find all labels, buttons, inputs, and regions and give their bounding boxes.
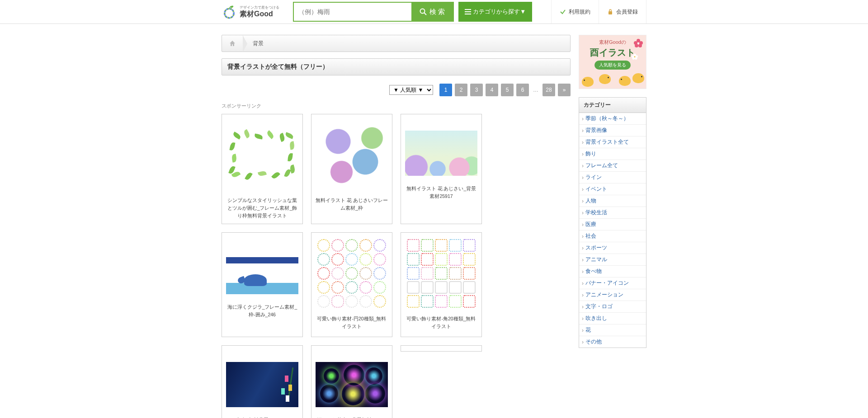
result-card[interactable]: 無料イラスト 花 あじさい_背景素材25917 (401, 114, 482, 224)
cat-link[interactable]: アニマル (579, 254, 646, 265)
pagination: 1 2 3 4 5 6 … 28 » (439, 84, 571, 96)
svg-point-15 (637, 42, 639, 44)
result-card[interactable]: シンプルなスタイリッシュな葉とツルが囲む_フレーム素材_飾り枠無料背景イラスト (222, 114, 303, 224)
chick-icon (632, 73, 644, 83)
page-ellipsis: … (532, 84, 540, 96)
svg-point-3 (230, 5, 234, 9)
page-6[interactable]: 6 (516, 84, 529, 96)
svg-point-20 (635, 57, 637, 60)
page-2[interactable]: 2 (455, 84, 467, 96)
card-title: 七夕_無料背景イラスト (232, 414, 292, 418)
sort-pagination-row: ▼ 人気順 ▼ 1 2 3 4 5 6 … 28 » (222, 84, 571, 96)
page-4[interactable]: 4 (486, 84, 498, 96)
cat-link[interactable]: バナー・アイコン (579, 277, 646, 289)
breadcrumb: 背景 (222, 35, 571, 52)
card-title: 無料イラスト 花 あじさいフレーム素材_枠 (311, 195, 392, 212)
category-dropdown-button[interactable]: カテゴリから探す▼ (458, 2, 532, 22)
result-card[interactable]: 七夕_無料背景イラスト (222, 345, 303, 418)
result-card[interactable]: 可愛い飾り素材-角20種類_無料イラスト (401, 232, 482, 337)
logo-icon (222, 4, 237, 19)
card-title: 鮮やかな花火の背景無料イラスト／夏49478 (311, 414, 392, 418)
site-logo[interactable]: デザイン力で差をつける 素材Good (222, 4, 279, 19)
banner-button: 人気順を見る (594, 61, 631, 70)
chick-icon (599, 74, 611, 84)
home-icon (229, 40, 236, 47)
cat-link[interactable]: 文字・ロゴ (579, 301, 646, 312)
thumb (315, 236, 389, 310)
sort-select[interactable]: ▼ 人気順 ▼ (389, 85, 433, 95)
search-icon (420, 8, 427, 15)
result-card[interactable]: 鮮やかな花火の背景無料イラスト／夏49478 (311, 345, 392, 418)
thumb (225, 118, 299, 192)
banner-line2: 酉イラスト (590, 47, 635, 59)
thumb (404, 236, 478, 310)
check-icon (560, 9, 566, 15)
cat-link[interactable]: その他 (579, 336, 646, 348)
promo-banner[interactable]: 素材Goodの 酉イラスト 人気順を見る (579, 35, 646, 89)
list-icon (465, 9, 471, 15)
result-card[interactable]: 可愛い飾り素材-円20種類_無料イラスト (311, 232, 392, 337)
lock-icon (607, 9, 613, 15)
chick-icon (619, 76, 631, 86)
card-title: 無料イラスト 花 あじさい_背景素材25917 (401, 183, 481, 200)
site-header: デザイン力で差をつける 素材Good 検 索 カテゴリから探す▼ 利用規約 会員… (0, 0, 868, 24)
results-grid: シンプルなスタイリッシュな葉とツルが囲む_フレーム素材_飾り枠無料背景イラスト … (222, 114, 571, 418)
cat-link[interactable]: スポーツ (579, 242, 646, 254)
page-1[interactable]: 1 (439, 84, 452, 96)
card-title: シンプルなスタイリッシュな葉とツルが囲む_フレーム素材_飾り枠無料背景イラスト (222, 195, 302, 219)
svg-rect-7 (465, 11, 471, 12)
result-card[interactable]: 無料イラスト 花 あじさいフレーム素材_枠 (311, 114, 392, 224)
result-card[interactable] (401, 345, 482, 352)
cat-link[interactable]: 社会 (579, 230, 646, 242)
svg-line-5 (425, 13, 427, 15)
thumb (315, 357, 389, 412)
card-title: 可愛い飾り素材-円20種類_無料イラスト (311, 313, 392, 330)
card-title: 海に浮くクジラ_フレーム素材_枠-囲み_246 (222, 301, 302, 319)
banner-line1: 素材Goodの (599, 39, 626, 46)
chick-icon (582, 77, 594, 87)
nav-terms[interactable]: 利用規約 (551, 0, 599, 23)
cat-link[interactable]: 飾り (579, 148, 646, 160)
plum-icon (633, 38, 643, 48)
page-5[interactable]: 5 (501, 84, 514, 96)
cat-link[interactable]: 花 (579, 324, 646, 336)
logo-tagline: デザイン力で差をつける (240, 6, 279, 10)
main-content: 背景 背景イラストが全て無料（フリー） ▼ 人気順 ▼ 1 2 3 4 5 6 … (222, 35, 571, 418)
result-card[interactable]: 海に浮くクジラ_フレーム素材_枠-囲み_246 (222, 232, 303, 337)
search-input[interactable] (294, 3, 411, 21)
cat-link[interactable]: 人物 (579, 195, 646, 207)
plum-icon (631, 53, 638, 60)
category-list: 季節（秋～冬～） 背景画像 背景イラスト全て 飾り フレーム全て ライン イベン… (579, 113, 646, 348)
header-nav: 利用規約 会員登録 (551, 0, 646, 23)
page-last[interactable]: 28 (542, 84, 555, 96)
cat-link[interactable]: 医療 (579, 219, 646, 230)
svg-point-21 (634, 56, 636, 57)
svg-rect-8 (465, 14, 471, 14)
thumb (315, 118, 389, 192)
cat-link[interactable]: ライン (579, 172, 646, 183)
search-button[interactable]: 検 索 (411, 3, 453, 21)
thumb (225, 244, 299, 299)
cat-link[interactable]: 季節（秋～冬～） (579, 113, 646, 124)
svg-point-19 (632, 57, 635, 60)
svg-point-13 (635, 44, 638, 47)
cat-link[interactable]: 背景画像 (579, 125, 646, 136)
cat-link[interactable]: 学校生活 (579, 207, 646, 218)
cat-link[interactable]: 食べ物 (579, 266, 646, 277)
sidebar: 素材Goodの 酉イラスト 人気順を見る カテゴリー 季節（秋～冬～） 背景画像… (579, 35, 646, 348)
page-3[interactable]: 3 (470, 84, 483, 96)
cat-link[interactable]: フレーム全て (579, 160, 646, 171)
svg-point-4 (420, 9, 425, 14)
page-next[interactable]: » (558, 84, 571, 96)
svg-rect-9 (609, 11, 612, 14)
cat-link[interactable]: アニメーション (579, 289, 646, 301)
card-title: 可愛い飾り素材-角20種類_無料イラスト (401, 313, 481, 330)
sponsor-label: スポンサーリンク (222, 103, 571, 109)
svg-rect-6 (465, 9, 471, 10)
cat-link[interactable]: 背景イラスト全て (579, 136, 646, 148)
cat-link[interactable]: 吹き出し (579, 313, 646, 324)
cat-link[interactable]: イベント (579, 183, 646, 195)
category-heading: カテゴリー (579, 98, 646, 113)
breadcrumb-home[interactable] (222, 35, 243, 52)
nav-register[interactable]: 会員登録 (599, 0, 646, 23)
